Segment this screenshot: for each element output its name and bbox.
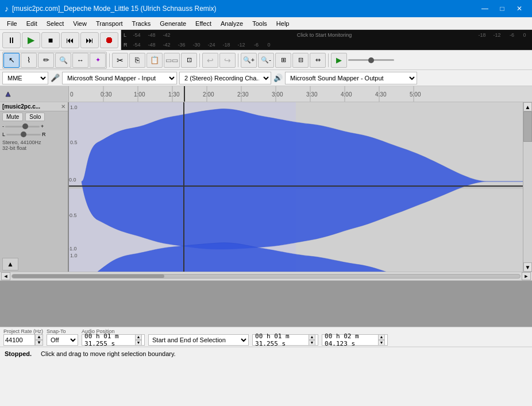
menu-effect[interactable]: Effect xyxy=(191,17,216,30)
scroll-down-button[interactable]: ▼ xyxy=(523,262,532,272)
zoom-out-button[interactable]: 🔍- xyxy=(258,53,274,68)
scroll-right-button[interactable]: ► xyxy=(522,272,531,280)
project-rate-label: Project Rate (Hz) xyxy=(3,328,43,334)
selection-end-section: x 00 h 02 m 04.123 s ▲ ▼ xyxy=(322,328,388,346)
pan-slider[interactable] xyxy=(6,134,41,136)
ruler-area[interactable]: 0 0:30 1:00 1:30 2:00 2:30 3:00 3:30 4:0… xyxy=(69,86,532,102)
menu-generate[interactable]: Generate xyxy=(155,17,191,30)
draw-tool-button[interactable]: ✏ xyxy=(38,53,54,68)
audio-pos-up[interactable]: ▲ xyxy=(135,334,142,340)
menu-view[interactable]: View xyxy=(68,17,91,30)
track-expand-button[interactable]: ▲ xyxy=(2,258,18,270)
menu-edit[interactable]: Edit xyxy=(22,17,42,30)
redo-button[interactable]: ↪ xyxy=(219,53,236,68)
zoom-fit-button[interactable]: 🔍+ xyxy=(241,53,257,68)
status-text: Stopped. xyxy=(5,350,32,357)
h-scroll-track[interactable] xyxy=(11,274,521,279)
pause-button[interactable]: ⏸ xyxy=(2,32,21,48)
meter-scale-54: -54 xyxy=(129,32,144,38)
close-button[interactable]: ✕ xyxy=(511,2,527,15)
sel-start-up[interactable]: ▲ xyxy=(309,334,315,340)
window-title: [music2pc.com]_Depeche Mode_Little 15 (U… xyxy=(12,5,216,13)
stop-button[interactable]: ■ xyxy=(41,32,60,48)
menu-tools[interactable]: Tools xyxy=(248,17,272,30)
svg-text:4:30: 4:30 xyxy=(375,91,387,98)
copy-button[interactable]: ⎘ xyxy=(129,53,145,68)
zoom-out2-button[interactable]: ⊟ xyxy=(292,53,309,68)
meter-r-12: -12 xyxy=(234,42,249,48)
meter-r-0: 0 xyxy=(264,42,274,48)
audio-api-select[interactable]: MME xyxy=(2,72,48,84)
minimize-button[interactable]: — xyxy=(477,2,493,15)
menu-analyze[interactable]: Analyze xyxy=(216,17,248,30)
meter-r-30: -30 xyxy=(189,42,204,48)
multi-tool-button[interactable]: ✦ xyxy=(90,53,106,68)
selection-end-value: 00 h 02 m 04.123 s xyxy=(325,332,378,347)
selection-mode-select[interactable]: Start and End of Selection xyxy=(148,334,249,346)
scroll-thumb[interactable] xyxy=(523,111,532,142)
rate-spin-down[interactable]: ▼ xyxy=(35,340,43,346)
input-device-select[interactable]: Microsoft Sound Mapper - Input xyxy=(62,72,177,84)
toolbar-row-2: ↖ ⌇ ✏ 🔍 ↔ ✦ ✂ ⎘ 📋 ▭▭ ⊡ ↩ ↪ 🔍+ 🔍- ⊞ ⊟ ⇔ ▶ xyxy=(0,51,532,70)
record-button[interactable]: ⏺ xyxy=(100,32,118,48)
audio-pos-down[interactable]: ▼ xyxy=(135,340,142,346)
selection-tool-button[interactable]: ↖ xyxy=(3,53,20,68)
solo-button[interactable]: Solo xyxy=(25,113,45,121)
menu-tracks[interactable]: Tracks xyxy=(128,17,156,30)
menu-file[interactable]: File xyxy=(2,17,22,30)
below-tracks-area xyxy=(0,281,532,327)
trim-button[interactable]: ▭▭ xyxy=(164,53,180,68)
maximize-button[interactable]: □ xyxy=(494,2,510,15)
meter-scale-42: -42 xyxy=(159,32,174,38)
playback-rate-slider[interactable] xyxy=(348,59,394,61)
pan-r-label: R xyxy=(42,132,46,137)
audio-pos-spinners: ▲ ▼ xyxy=(135,334,142,346)
gain-slider[interactable] xyxy=(5,126,40,127)
zoom-sel-button[interactable]: ⊞ xyxy=(275,53,291,68)
sel-end-up[interactable]: ▲ xyxy=(378,334,385,340)
selection-mode-section: x Start and End of Selection xyxy=(148,328,249,346)
play-button[interactable]: ▶ xyxy=(22,32,40,48)
sep2 xyxy=(199,53,200,67)
project-rate-input[interactable] xyxy=(3,334,35,346)
track-info-line1: Stereo, 44100Hz xyxy=(2,140,65,145)
transport-section: ⏸ ▶ ■ ⏮ ⏭ ⏺ xyxy=(0,30,121,50)
zoom-in-button[interactable]: 🔍 xyxy=(55,53,71,68)
timeline-ruler: 0 0:30 1:00 1:30 2:00 2:30 3:00 3:30 4:0… xyxy=(0,86,532,102)
undo-button[interactable]: ↩ xyxy=(202,53,218,68)
output-device-select[interactable]: Microsoft Sound Mapper - Output xyxy=(285,72,417,84)
rate-spin-up[interactable]: ▲ xyxy=(35,334,43,340)
track-close-button[interactable]: ✕ xyxy=(61,103,65,110)
menu-select[interactable]: Select xyxy=(42,17,69,30)
skip-fwd-button[interactable]: ⏭ xyxy=(80,32,99,48)
gain-minus-label: - xyxy=(2,123,4,129)
scroll-up-button[interactable]: ▲ xyxy=(523,102,532,111)
pan-l-label: L xyxy=(2,132,5,137)
skip-back-button[interactable]: ⏮ xyxy=(61,32,79,48)
menu-transport[interactable]: Transport xyxy=(91,17,128,30)
h-scroll-thumb[interactable] xyxy=(12,274,164,278)
time-shift-button[interactable]: ↔ xyxy=(72,53,88,68)
channels-select[interactable]: 2 (Stereo) Recording Cha... xyxy=(179,72,271,84)
menu-help[interactable]: Help xyxy=(272,17,294,30)
svg-text:1.0: 1.0 xyxy=(70,253,78,258)
cut-button[interactable]: ✂ xyxy=(112,53,128,68)
status-bar: Stopped. Click and drag to move right se… xyxy=(0,347,532,359)
mute-button[interactable]: Mute xyxy=(2,113,23,121)
meter-scale-18: -18 xyxy=(475,32,489,38)
sel-end-spinners: ▲ ▼ xyxy=(378,334,385,346)
sel-end-down[interactable]: ▼ xyxy=(378,340,385,346)
click-to-start-monitoring[interactable]: Click to Start Monitoring xyxy=(174,32,475,38)
paste-button[interactable]: 📋 xyxy=(147,53,163,68)
sel-start-down[interactable]: ▼ xyxy=(309,340,315,346)
silence-button[interactable]: ⊡ xyxy=(181,53,197,68)
sep3 xyxy=(238,53,238,67)
play-at-rate-button[interactable]: ▶ xyxy=(331,53,347,68)
envelope-tool-button[interactable]: ⌇ xyxy=(21,53,37,68)
title-bar-controls: — □ ✕ xyxy=(477,2,527,15)
waveform-container[interactable]: 1.0 0.5 0.0 -0.5 -1.0 1.0 0.5 xyxy=(69,102,523,272)
scroll-left-button[interactable]: ◄ xyxy=(1,272,10,280)
sep1 xyxy=(109,53,110,67)
zoom-toggle-button[interactable]: ⇔ xyxy=(310,53,326,68)
snap-to-select[interactable]: Off xyxy=(47,334,78,346)
